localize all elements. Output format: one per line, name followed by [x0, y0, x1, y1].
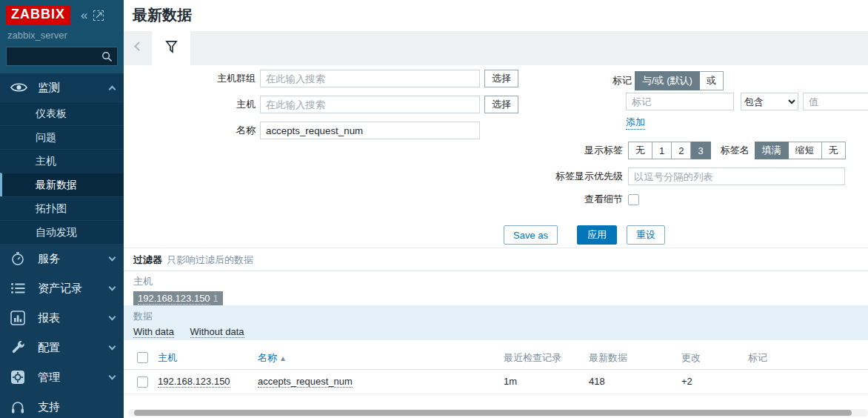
zabbix-logo: ZABBIX — [6, 6, 70, 24]
filter-summary-header: 过滤器 只影响过滤后的数据 — [124, 249, 868, 271]
tab-filter[interactable] — [152, 31, 190, 65]
sidebar-item-support[interactable]: 支持 — [0, 392, 124, 418]
sidebar-item-label: 资产记录 — [38, 282, 82, 296]
hosts-input[interactable] — [260, 96, 480, 113]
stopwatch-icon — [10, 251, 28, 266]
header-change: 更改 — [681, 351, 701, 365]
sidebar-item-services[interactable]: 服务 — [0, 244, 124, 273]
tag-name-none-button[interactable]: 无 — [822, 142, 846, 159]
chevron-down-icon — [109, 373, 116, 380]
latest-data-table: 主机 名称▲ 最近检查记录 最新数据 更改 标记 192.168.123.150… — [124, 345, 868, 394]
apply-button[interactable]: 应用 — [577, 225, 617, 245]
with-data-link[interactable]: With data — [133, 326, 174, 338]
name-input[interactable] — [260, 122, 480, 139]
sidebar-item-discovery[interactable]: 自动发现 — [0, 220, 124, 244]
chevron-down-icon — [109, 284, 116, 291]
host-groups-label: 主机群组 — [124, 72, 256, 85]
sidebar-item-dashboard[interactable]: 仪表板 — [0, 102, 124, 125]
tag-value-input[interactable] — [803, 93, 868, 110]
tags-andor-button[interactable]: 与/或 (默认) — [635, 71, 700, 90]
show-details-checkbox[interactable] — [628, 194, 639, 205]
horizontal-scrollbar — [128, 409, 868, 417]
show-details-label: 查看细节 — [420, 193, 623, 206]
host-groups-select-button[interactable]: 选择 — [484, 70, 518, 87]
header-name-sort-link[interactable]: 名称 — [258, 352, 277, 363]
row-name-link[interactable]: accepts_request_num — [258, 376, 353, 388]
tab-collapse-chevron-icon[interactable] — [134, 42, 144, 51]
show-tags-2-button[interactable]: 2 — [672, 142, 691, 159]
tag-name-input[interactable] — [626, 93, 734, 110]
tags-label: 标记 — [568, 74, 632, 87]
header-last-value: 最新数据 — [589, 351, 627, 365]
tag-name-shortened-button[interactable]: 缩短 — [789, 142, 822, 159]
sidebar-item-inventory[interactable]: 资产记录 — [0, 273, 124, 303]
search-icon — [101, 51, 113, 62]
tag-priority-input[interactable] — [628, 167, 845, 185]
sidebar-item-maps[interactable]: 拓扑图 — [0, 196, 124, 220]
sidebar-nav: 监测 仪表板 问题 主机 最新数据 拓扑图 自动发现 服务 — [0, 73, 124, 418]
show-tags-label: 显示标签 — [420, 144, 623, 157]
submenu-label: 仪表板 — [36, 107, 67, 121]
submenu-label: 最新数据 — [36, 179, 77, 192]
sidebar-item-monitoring[interactable]: 监测 — [0, 73, 124, 102]
horizontal-scrollbar-thumb[interactable] — [134, 410, 852, 416]
submenu-label: 问题 — [36, 131, 56, 145]
row-checkbox[interactable] — [137, 376, 148, 388]
headset-icon — [10, 399, 28, 414]
funnel-icon — [164, 39, 178, 54]
sidebar-item-label: 报表 — [38, 311, 60, 325]
show-tags-1-button[interactable]: 1 — [652, 142, 672, 159]
filter-panel: 主机群组 选择 主机 选择 名称 标记 与/或 (默认) 或 — [124, 65, 868, 248]
chevron-down-icon — [109, 254, 116, 262]
without-data-link[interactable]: Without data — [190, 326, 244, 338]
server-name: zabbix_server — [7, 30, 116, 41]
chevron-up-icon — [109, 85, 116, 93]
sidebar-item-problems[interactable]: 问题 — [0, 125, 124, 149]
page-title: 最新数据 — [133, 5, 192, 25]
sidebar-item-administration[interactable]: 管理 — [0, 362, 124, 392]
hosts-select-button[interactable]: 选择 — [484, 96, 518, 113]
show-tags-none-button[interactable]: 无 — [628, 142, 652, 159]
row-change: +2 — [681, 376, 692, 387]
eye-icon — [10, 80, 28, 95]
select-all-checkbox[interactable] — [137, 352, 148, 363]
bar-chart-icon — [10, 311, 28, 325]
chevron-down-icon — [109, 343, 116, 351]
tag-add-link[interactable]: 添加 — [626, 116, 645, 130]
chip-host-text: 192.168.123.150 — [138, 293, 210, 305]
sidebar-collapse-icon[interactable]: « — [81, 9, 87, 21]
sidebar-item-hosts[interactable]: 主机 — [0, 149, 124, 173]
sidebar-item-label: 管理 — [38, 371, 60, 385]
chevron-down-icon — [109, 314, 116, 321]
save-as-button[interactable]: Save as — [504, 225, 558, 245]
reset-button[interactable]: 重设 — [627, 225, 665, 245]
filter-summary-host-section: 主机 192.168.123.1501 — [124, 272, 868, 305]
summary-host-label: 主机 — [133, 275, 868, 288]
sidebar-expand-icon[interactable] — [93, 10, 104, 21]
host-groups-input[interactable] — [260, 70, 480, 87]
row-host-link[interactable]: 192.168.123.150 — [158, 376, 230, 388]
tag-operator-select[interactable]: 包含 — [741, 93, 798, 110]
tags-or-button[interactable]: 或 — [700, 71, 724, 90]
tag-priority-label: 标签显示优先级 — [420, 170, 623, 183]
chip-count: 1 — [213, 293, 218, 304]
list-icon — [10, 281, 28, 296]
submenu-label: 主机 — [36, 155, 56, 168]
table-header-row: 主机 名称▲ 最近检查记录 最新数据 更改 标记 — [124, 345, 868, 370]
show-tags-3-button[interactable]: 3 — [691, 142, 710, 159]
sidebar-item-latest-data[interactable]: 最新数据 — [0, 173, 124, 196]
sidebar: ZABBIX « zabbix_server 监测 仪表板 — [0, 0, 124, 418]
tag-name-full-button[interactable]: 填满 — [755, 142, 789, 159]
app-root: ZABBIX « zabbix_server 监测 仪表板 — [0, 0, 868, 418]
row-last-value: 418 — [589, 376, 605, 387]
sidebar-item-configuration[interactable]: 配置 — [0, 333, 124, 362]
sidebar-item-label: 配置 — [38, 341, 60, 355]
sidebar-item-reports[interactable]: 报表 — [0, 303, 124, 333]
sidebar-item-label: 服务 — [38, 252, 60, 266]
host-filter-chip[interactable]: 192.168.123.1501 — [133, 291, 223, 306]
gear-icon — [10, 370, 28, 385]
header-host-sort-link[interactable]: 主机 — [158, 351, 177, 365]
sidebar-item-label: 支持 — [38, 400, 60, 414]
wrench-icon — [10, 340, 28, 355]
filter-summary-note: 只影响过滤后的数据 — [167, 253, 253, 267]
